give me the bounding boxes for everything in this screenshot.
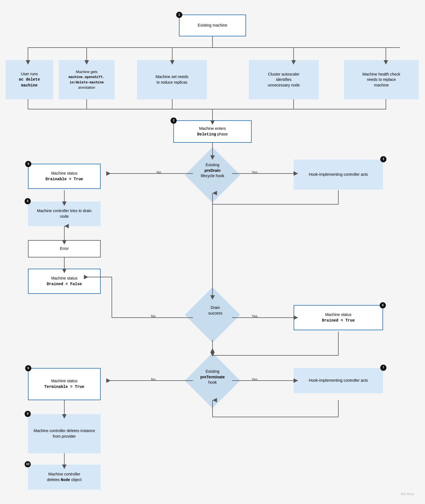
badge-1: 1	[176, 12, 182, 18]
predrain-no-label: No	[157, 170, 161, 174]
badge-7: 7	[380, 365, 386, 371]
machine-gets-annotation-box: Machine getsmachine.openshift.io/delete-…	[59, 60, 115, 99]
diagram-container: Existing machine 1 User runsoc delete ma…	[0, 0, 425, 504]
cluster-autoscaler-label: Cluster autoscaleridentifiesunnecessary …	[268, 72, 300, 88]
user-runs-label: User runsoc delete machine	[10, 71, 49, 88]
preterminate-yes-label: Yes	[252, 377, 258, 381]
hook-controller-7-box: Hook-implementing controller acts 7	[294, 368, 383, 393]
drained-true-label: Machine statusDrained = True	[322, 312, 355, 323]
predrain-label: ExistingpreDrainlifecycle hook	[190, 162, 235, 179]
terminable-true-label: Machine statusTerminable = True	[44, 378, 84, 390]
machine-set-reduce-label: Machine set needs to reduce replicas	[155, 74, 188, 85]
machine-enters-deleting-label: Machine entersDeleting phase	[197, 126, 228, 137]
hook-controller-3-label: Hook-implementing controller acts	[309, 172, 368, 177]
badge-6: 6	[380, 302, 386, 308]
hook-controller-7-label: Hook-implementing controller acts	[309, 378, 368, 383]
drainable-true-label: Machine statusDrainable = True	[46, 171, 83, 182]
badge-8: 8	[25, 365, 31, 371]
machine-drain-node-label: Machine controller tries to drain node	[32, 208, 96, 219]
preterminate-no-label: No	[151, 377, 156, 381]
deletes-instance-label: Machine controller deletes instance from…	[32, 428, 96, 439]
existing-machine-box: Existing machine 1	[179, 15, 246, 36]
hook-controller-3-box: Hook-implementing controller acts 3	[294, 160, 383, 190]
machine-set-reduce-box: Machine set needs to reduce replicas	[137, 60, 207, 99]
deletes-node-label: Machine controllerdeletes Node object	[47, 472, 82, 483]
deletes-node-box: Machine controllerdeletes Node object 10	[28, 465, 101, 490]
error-label: Error	[60, 246, 69, 252]
machine-gets-label: Machine getsmachine.openshift.io/delete-…	[69, 69, 105, 90]
badge-3: 3	[380, 156, 386, 162]
badge-4: 4	[25, 161, 31, 167]
badge-5: 5	[25, 198, 31, 204]
machine-enters-deleting-box: Machine entersDeleting phase 2	[173, 120, 252, 143]
error-box: Error	[28, 240, 101, 257]
watermark: SIG Docs	[401, 492, 414, 496]
existing-machine-label: Existing machine	[198, 23, 227, 28]
machine-health-check-label: Machine health checkneeds to replacemach…	[362, 72, 400, 88]
drained-true-box: Machine statusDrained = True 6	[294, 305, 383, 330]
badge-9: 9	[25, 411, 31, 417]
badge-10: 10	[25, 461, 31, 467]
preterminate-label: ExistingpreTerminatehook	[189, 369, 236, 385]
drainable-true-box: Machine statusDrainable = True 4	[28, 164, 101, 189]
badge-2: 2	[171, 118, 177, 124]
machine-drain-node-box: Machine controller tries to drain node 5	[28, 201, 101, 226]
drained-false-box: Machine statusDrained = False	[28, 269, 101, 294]
predrain-yes-label: Yes	[252, 170, 258, 174]
drained-false-label: Machine statusDrained = False	[47, 276, 82, 287]
cluster-autoscaler-box: Cluster autoscaleridentifiesunnecessary …	[249, 60, 319, 99]
drain-no-label: No	[151, 314, 156, 318]
terminable-true-box: Machine statusTerminable = True 8	[28, 368, 101, 400]
user-runs-box: User runsoc delete machine	[6, 60, 53, 99]
machine-health-check-box: Machine health checkneeds to replacemach…	[344, 60, 419, 99]
drain-success-label: Drainsuccess	[193, 305, 238, 316]
drain-yes-label: Yes	[252, 314, 258, 318]
deletes-instance-box: Machine controller deletes instance from…	[28, 414, 101, 453]
